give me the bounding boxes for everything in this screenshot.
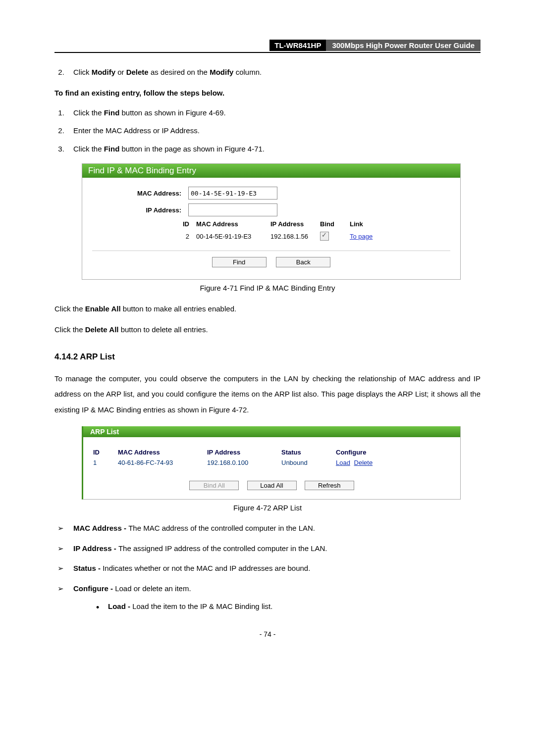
col-config: Configure	[336, 449, 366, 456]
text: Delete	[126, 68, 149, 76]
text: The assigned IP address of the controlle…	[118, 544, 327, 553]
col-mac: MAC Address	[196, 220, 270, 228]
panel-title: Find IP & MAC Binding Entry	[82, 164, 460, 178]
header-title: 300Mbps High Power Router User Guide	[326, 40, 481, 51]
col-id: ID	[90, 449, 118, 456]
col-status: Status	[281, 449, 336, 456]
list-item: Click Modify or Delete as desired on the…	[66, 67, 481, 78]
steps-list: Click the Find button as shown in Figure…	[54, 107, 481, 155]
text: IP Address -	[73, 544, 118, 553]
text: button as shown in Figure 4-69.	[119, 108, 225, 117]
list-item: Enter the MAC Address or IP Address.	[66, 125, 481, 137]
mac-input[interactable]	[188, 187, 277, 200]
text: Click the	[73, 108, 104, 117]
col-bind: Bind	[320, 220, 350, 228]
arp-list-panel: ARP List ID MAC Address IP Address Statu…	[82, 426, 461, 500]
cell-mac: 40-61-86-FC-74-93	[118, 459, 207, 466]
text: Modify	[92, 68, 115, 76]
text: Click	[73, 68, 92, 76]
text: Load -	[108, 602, 132, 610]
figure-caption: Figure 4-71 Find IP & MAC Binding Entry	[54, 284, 481, 292]
paragraph: Click the Delete All button to delete al…	[54, 324, 481, 335]
load-link[interactable]: Load	[336, 459, 350, 466]
back-button[interactable]: Back	[276, 257, 330, 267]
cell-status: Unbound	[281, 459, 336, 466]
text: Click the	[54, 304, 85, 313]
text: button in the page as shown in Figure 4-…	[119, 145, 265, 153]
text: Indicates whether or not the MAC and IP …	[103, 564, 310, 572]
load-all-button[interactable]: Load All	[247, 481, 297, 490]
list-item: MAC Address - The MAC address of the con…	[56, 523, 481, 534]
cell-ip: 192.168.0.100	[207, 459, 281, 466]
steps-heading: To find an existing entry, follow the st…	[54, 87, 481, 99]
header-bar: TL-WR841HP 300Mbps High Power Router Use…	[54, 40, 481, 53]
to-page-link[interactable]: To page	[350, 233, 373, 240]
table-row: 1 40-61-86-FC-74-93 192.168.0.100 Unboun…	[90, 457, 453, 468]
cell-mac: 00-14-5E-91-19-E3	[196, 233, 270, 240]
panel-title: ARP List	[83, 426, 460, 437]
definition-list: MAC Address - The MAC address of the con…	[54, 523, 481, 612]
text: button to delete all entries.	[119, 325, 208, 334]
list-item: Click the Find button as shown in Figure…	[66, 107, 481, 119]
col-id: ID	[92, 220, 196, 228]
delete-link[interactable]: Delete	[354, 459, 373, 466]
text: Load or delete an item.	[115, 584, 191, 593]
cell-ip: 192.168.1.56	[270, 233, 320, 240]
list-item: Click the Find button in the page as sho…	[66, 144, 481, 155]
text: Modify	[210, 68, 233, 76]
list-item: Load - Load the item to the IP & MAC Bin…	[96, 601, 481, 612]
text: button to make all entries enabled.	[121, 304, 236, 313]
text: as desired on the	[149, 68, 210, 76]
page-number: - 74 -	[54, 630, 481, 638]
continued-list: Click Modify or Delete as desired on the…	[54, 67, 481, 78]
cell-id: 2	[92, 233, 196, 240]
text: Enable All	[85, 304, 121, 313]
paragraph: Click the Enable All button to make all …	[54, 303, 481, 314]
arp-intro: To manage the computer, you could observ…	[54, 371, 481, 418]
text: The MAC address of the controlled comput…	[128, 524, 315, 532]
list-item: Configure - Load or delete an item. Load…	[56, 583, 481, 612]
text: Load the item to the IP & MAC Binding li…	[132, 602, 272, 610]
header-model: TL-WR841HP	[269, 40, 326, 51]
col-ip: IP Address	[270, 220, 320, 228]
col-link: Link	[350, 220, 363, 228]
checkbox-checked-icon[interactable]	[320, 232, 329, 241]
refresh-button[interactable]: Refresh	[305, 481, 354, 490]
cell-bind	[320, 232, 350, 241]
text: Configure -	[73, 584, 115, 593]
cell-id: 1	[90, 459, 118, 466]
figure-caption: Figure 4-72 ARP List	[54, 504, 481, 512]
text: MAC Address -	[73, 524, 128, 532]
find-button[interactable]: Find	[212, 257, 267, 267]
col-mac: MAC Address	[118, 449, 207, 456]
find-binding-panel: Find IP & MAC Binding Entry MAC Address:…	[82, 163, 461, 280]
section-heading: 4.14.2 ARP List	[54, 352, 481, 362]
text: column.	[233, 68, 262, 76]
col-ip: IP Address	[207, 449, 281, 456]
text: Click the	[54, 325, 85, 334]
ip-input[interactable]	[188, 203, 277, 216]
text: Status -	[73, 564, 103, 572]
text: or	[115, 68, 126, 76]
bind-all-button: Bind All	[189, 481, 239, 490]
text: Find	[104, 145, 120, 153]
list-item: IP Address - The assigned IP address of …	[56, 543, 481, 554]
text: Click the	[73, 145, 104, 153]
text: Delete All	[85, 325, 119, 334]
text: Find	[104, 108, 120, 117]
list-item: Status - Indicates whether or not the MA…	[56, 563, 481, 574]
table-row: 2 00-14-5E-91-19-E3 192.168.1.56 To page	[92, 232, 450, 241]
ip-label: IP Address:	[92, 206, 188, 214]
mac-label: MAC Address:	[92, 190, 188, 197]
